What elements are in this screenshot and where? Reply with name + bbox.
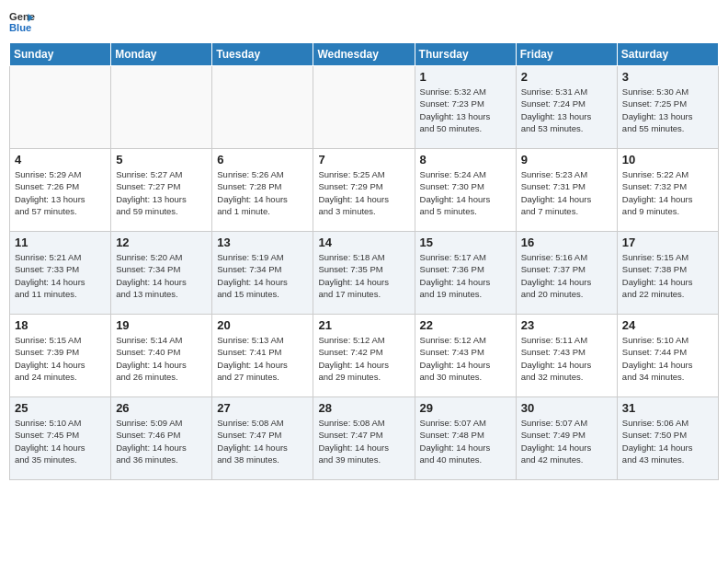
day-number: 20	[217, 318, 308, 332]
weekday-header-friday: Friday	[516, 43, 617, 66]
day-number: 24	[622, 318, 713, 332]
day-number: 23	[521, 318, 612, 332]
day-info: Sunrise: 5:29 AM Sunset: 7:26 PM Dayligh…	[15, 168, 106, 217]
calendar-cell: 6Sunrise: 5:26 AM Sunset: 7:28 PM Daylig…	[212, 149, 313, 232]
day-number: 19	[116, 318, 207, 332]
day-number: 28	[318, 401, 409, 415]
calendar-header: SundayMondayTuesdayWednesdayThursdayFrid…	[10, 43, 719, 66]
calendar-cell: 2Sunrise: 5:31 AM Sunset: 7:24 PM Daylig…	[516, 66, 617, 149]
day-info: Sunrise: 5:15 AM Sunset: 7:38 PM Dayligh…	[622, 251, 713, 300]
day-info: Sunrise: 5:20 AM Sunset: 7:34 PM Dayligh…	[116, 251, 207, 300]
calendar-cell: 17Sunrise: 5:15 AM Sunset: 7:38 PM Dayli…	[617, 232, 718, 315]
day-number: 9	[521, 153, 612, 167]
day-info: Sunrise: 5:07 AM Sunset: 7:49 PM Dayligh…	[521, 417, 612, 465]
day-number: 8	[420, 153, 511, 167]
day-number: 18	[15, 318, 106, 332]
calendar-cell: 9Sunrise: 5:23 AM Sunset: 7:31 PM Daylig…	[516, 149, 617, 232]
day-number: 27	[217, 401, 308, 415]
day-number: 31	[622, 401, 713, 415]
calendar-cell: 5Sunrise: 5:27 AM Sunset: 7:27 PM Daylig…	[111, 149, 212, 232]
calendar-cell	[313, 66, 415, 149]
calendar-cell: 4Sunrise: 5:29 AM Sunset: 7:26 PM Daylig…	[10, 149, 111, 232]
day-info: Sunrise: 5:09 AM Sunset: 7:46 PM Dayligh…	[116, 417, 207, 465]
day-number: 15	[420, 236, 511, 249]
calendar-table: SundayMondayTuesdayWednesdayThursdayFrid…	[9, 42, 719, 480]
weekday-header-tuesday: Tuesday	[212, 43, 313, 66]
calendar-week-4: 18Sunrise: 5:15 AM Sunset: 7:39 PM Dayli…	[10, 315, 719, 397]
day-info: Sunrise: 5:12 AM Sunset: 7:42 PM Dayligh…	[318, 334, 409, 383]
day-info: Sunrise: 5:25 AM Sunset: 7:29 PM Dayligh…	[318, 168, 409, 217]
calendar-cell: 24Sunrise: 5:10 AM Sunset: 7:44 PM Dayli…	[617, 315, 718, 397]
calendar-week-5: 25Sunrise: 5:10 AM Sunset: 7:45 PM Dayli…	[10, 397, 719, 480]
calendar-cell: 19Sunrise: 5:14 AM Sunset: 7:40 PM Dayli…	[111, 315, 212, 397]
calendar-week-3: 11Sunrise: 5:21 AM Sunset: 7:33 PM Dayli…	[10, 232, 719, 315]
day-info: Sunrise: 5:23 AM Sunset: 7:31 PM Dayligh…	[521, 168, 612, 217]
logo-icon: General Blue	[9, 9, 35, 35]
weekday-header-saturday: Saturday	[617, 43, 718, 66]
day-info: Sunrise: 5:30 AM Sunset: 7:25 PM Dayligh…	[622, 86, 713, 134]
calendar-cell: 27Sunrise: 5:08 AM Sunset: 7:47 PM Dayli…	[212, 397, 313, 480]
weekday-row: SundayMondayTuesdayWednesdayThursdayFrid…	[10, 43, 719, 66]
day-number: 29	[420, 401, 511, 415]
day-number: 7	[318, 153, 409, 167]
calendar-cell: 22Sunrise: 5:12 AM Sunset: 7:43 PM Dayli…	[415, 315, 516, 397]
day-number: 5	[116, 153, 207, 167]
day-number: 2	[521, 70, 612, 84]
calendar-week-2: 4Sunrise: 5:29 AM Sunset: 7:26 PM Daylig…	[10, 149, 719, 232]
calendar-cell: 7Sunrise: 5:25 AM Sunset: 7:29 PM Daylig…	[313, 149, 415, 232]
calendar-cell: 13Sunrise: 5:19 AM Sunset: 7:34 PM Dayli…	[212, 232, 313, 315]
day-info: Sunrise: 5:14 AM Sunset: 7:40 PM Dayligh…	[116, 334, 207, 383]
day-number: 22	[420, 318, 511, 332]
calendar-cell: 21Sunrise: 5:12 AM Sunset: 7:42 PM Dayli…	[313, 315, 415, 397]
weekday-header-thursday: Thursday	[415, 43, 516, 66]
day-info: Sunrise: 5:27 AM Sunset: 7:27 PM Dayligh…	[116, 168, 207, 217]
day-info: Sunrise: 5:10 AM Sunset: 7:44 PM Dayligh…	[622, 334, 713, 383]
day-info: Sunrise: 5:12 AM Sunset: 7:43 PM Dayligh…	[420, 334, 511, 383]
day-number: 1	[420, 70, 511, 84]
calendar-cell: 28Sunrise: 5:08 AM Sunset: 7:47 PM Dayli…	[313, 397, 415, 480]
day-info: Sunrise: 5:07 AM Sunset: 7:48 PM Dayligh…	[420, 417, 511, 465]
calendar-cell: 30Sunrise: 5:07 AM Sunset: 7:49 PM Dayli…	[516, 397, 617, 480]
calendar-cell: 8Sunrise: 5:24 AM Sunset: 7:30 PM Daylig…	[415, 149, 516, 232]
day-number: 26	[116, 401, 207, 415]
day-info: Sunrise: 5:26 AM Sunset: 7:28 PM Dayligh…	[217, 168, 308, 217]
calendar-cell	[10, 66, 111, 149]
calendar-cell: 3Sunrise: 5:30 AM Sunset: 7:25 PM Daylig…	[617, 66, 718, 149]
day-info: Sunrise: 5:06 AM Sunset: 7:50 PM Dayligh…	[622, 417, 713, 465]
day-info: Sunrise: 5:32 AM Sunset: 7:23 PM Dayligh…	[420, 86, 511, 134]
calendar-cell: 15Sunrise: 5:17 AM Sunset: 7:36 PM Dayli…	[415, 232, 516, 315]
day-number: 16	[521, 236, 612, 249]
day-number: 4	[15, 153, 106, 167]
calendar-cell: 26Sunrise: 5:09 AM Sunset: 7:46 PM Dayli…	[111, 397, 212, 480]
weekday-header-sunday: Sunday	[10, 43, 111, 66]
logo: General Blue	[9, 9, 35, 35]
day-number: 21	[318, 318, 409, 332]
day-number: 11	[15, 236, 106, 249]
day-info: Sunrise: 5:08 AM Sunset: 7:47 PM Dayligh…	[217, 417, 308, 465]
calendar-cell: 23Sunrise: 5:11 AM Sunset: 7:43 PM Dayli…	[516, 315, 617, 397]
day-info: Sunrise: 5:08 AM Sunset: 7:47 PM Dayligh…	[318, 417, 409, 465]
day-info: Sunrise: 5:21 AM Sunset: 7:33 PM Dayligh…	[15, 251, 106, 300]
calendar-cell: 1Sunrise: 5:32 AM Sunset: 7:23 PM Daylig…	[415, 66, 516, 149]
day-number: 14	[318, 236, 409, 249]
day-info: Sunrise: 5:13 AM Sunset: 7:41 PM Dayligh…	[217, 334, 308, 383]
calendar-cell: 16Sunrise: 5:16 AM Sunset: 7:37 PM Dayli…	[516, 232, 617, 315]
calendar-cell: 29Sunrise: 5:07 AM Sunset: 7:48 PM Dayli…	[415, 397, 516, 480]
day-info: Sunrise: 5:16 AM Sunset: 7:37 PM Dayligh…	[521, 251, 612, 300]
day-info: Sunrise: 5:24 AM Sunset: 7:30 PM Dayligh…	[420, 168, 511, 217]
day-number: 6	[217, 153, 308, 167]
day-info: Sunrise: 5:31 AM Sunset: 7:24 PM Dayligh…	[521, 86, 612, 134]
day-info: Sunrise: 5:17 AM Sunset: 7:36 PM Dayligh…	[420, 251, 511, 300]
day-info: Sunrise: 5:22 AM Sunset: 7:32 PM Dayligh…	[622, 168, 713, 217]
calendar-cell: 14Sunrise: 5:18 AM Sunset: 7:35 PM Dayli…	[313, 232, 415, 315]
calendar-week-1: 1Sunrise: 5:32 AM Sunset: 7:23 PM Daylig…	[10, 66, 719, 149]
day-info: Sunrise: 5:11 AM Sunset: 7:43 PM Dayligh…	[521, 334, 612, 383]
day-number: 3	[622, 70, 713, 84]
calendar-cell: 10Sunrise: 5:22 AM Sunset: 7:32 PM Dayli…	[617, 149, 718, 232]
weekday-header-monday: Monday	[111, 43, 212, 66]
day-info: Sunrise: 5:18 AM Sunset: 7:35 PM Dayligh…	[318, 251, 409, 300]
weekday-header-wednesday: Wednesday	[313, 43, 415, 66]
calendar-cell	[111, 66, 212, 149]
calendar-cell	[212, 66, 313, 149]
calendar-cell: 18Sunrise: 5:15 AM Sunset: 7:39 PM Dayli…	[10, 315, 111, 397]
